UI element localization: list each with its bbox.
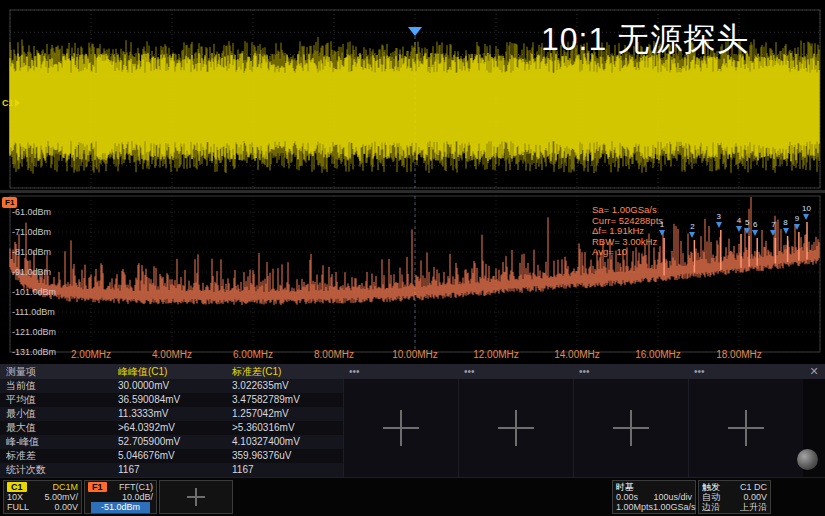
peak-marker-2[interactable]: 2 — [689, 223, 695, 238]
function-f1-descriptor[interactable]: F1 FFT(C1) 10.0dB/ -51.0dBm — [84, 480, 157, 514]
f1-db-per-div: 10.0dB/ — [122, 492, 153, 502]
measurement-value-pkpk: >64.0392mV — [112, 421, 226, 435]
measurement-slot-3[interactable] — [573, 379, 688, 477]
trigger-descriptor[interactable]: 触发 C1 DC 自动 0.00V 边沿 上升沿 — [698, 480, 771, 514]
peak-number: 5 — [745, 219, 749, 227]
measurement-label: 最大值 — [0, 421, 112, 435]
measurement-row: 平均值36.590084mV3.47582789mV — [0, 393, 343, 407]
add-measurement-icon — [383, 410, 419, 446]
peak-flag-icon — [783, 228, 789, 234]
peak-number: 1 — [660, 221, 664, 229]
peak-flag-icon — [770, 230, 776, 236]
measurement-slot-4[interactable] — [688, 379, 803, 477]
peak-number: 7 — [771, 221, 775, 229]
measurement-rows: 当前值30.0000mV3.022635mV平均值36.590084mV3.47… — [0, 379, 343, 477]
measurement-row: 统计次数11671167 — [0, 463, 343, 477]
db-axis-label: -131.0dBm — [12, 347, 56, 357]
trigger-mode: 自动 — [702, 492, 720, 502]
c1-bandwidth: FULL — [7, 502, 29, 512]
peak-marker-6[interactable]: 6 — [752, 221, 758, 236]
measurement-value-pkpk: 11.3333mV — [112, 407, 226, 421]
navigation-ball-icon[interactable] — [797, 449, 818, 470]
measurement-value-stdev: 4.10327400mV — [226, 435, 340, 449]
measurement-header-more-1[interactable]: ••• — [343, 364, 458, 379]
trigger-type: 边沿 — [702, 502, 720, 512]
measurement-value-stdev: 3.47582789mV — [226, 393, 340, 407]
trigger-level: 0.00V — [743, 492, 767, 502]
c1-coupling: DC1M — [52, 482, 78, 492]
fft-info-line: Avg= 10 — [592, 247, 663, 258]
peak-flag-icon — [716, 222, 722, 228]
c1-offset-marker[interactable]: C1 — [2, 98, 20, 108]
frequency-axis-label: 14.00MHz — [545, 349, 609, 360]
db-axis-label: -81.0dBm — [12, 247, 51, 257]
c1-volts-per-div: 5.00mV/ — [44, 492, 78, 502]
peak-number: 9 — [795, 215, 799, 223]
measurement-row: 最小值11.3333mV1.257042mV — [0, 407, 343, 421]
measurement-value-stdev: >5.360316mV — [226, 421, 340, 435]
measurement-value-stdev: 1167 — [226, 463, 340, 477]
peak-marker-8[interactable]: 8 — [783, 219, 789, 234]
peak-number: 6 — [753, 221, 757, 229]
peak-marker-3[interactable]: 3 — [716, 213, 722, 228]
measurement-header-more-2[interactable]: ••• — [458, 364, 573, 379]
peak-marker-1[interactable]: 1 — [659, 221, 665, 236]
measurement-value-pkpk: 1167 — [112, 463, 226, 477]
db-axis-label: -101.0dBm — [12, 287, 56, 297]
db-axis-label: -71.0dBm — [12, 227, 51, 237]
peak-marker-5[interactable]: 5 — [744, 219, 750, 234]
fft-info-line: Sa= 1.00GSa/s — [592, 205, 663, 216]
frequency-axis-label: 2.00MHz — [59, 349, 123, 360]
measurement-row: 最大值>64.0392mV>5.360316mV — [0, 421, 343, 435]
measurement-row: 当前值30.0000mV3.022635mV — [0, 379, 343, 393]
peak-marker-10[interactable]: 10 — [802, 205, 811, 220]
peak-flag-icon — [659, 230, 665, 236]
measurement-header-more-3[interactable]: ••• — [573, 364, 688, 379]
peak-number: 10 — [802, 205, 811, 213]
measurement-value-stdev: 1.257042mV — [226, 407, 340, 421]
close-measurement-button[interactable]: ✕ — [803, 364, 825, 379]
timebase-points: 1.00Mpts — [616, 502, 653, 512]
peak-flag-icon — [736, 226, 742, 232]
measurement-label: 标准差 — [0, 449, 112, 463]
timebase-scale: 100us/div — [653, 492, 692, 502]
measurement-value-pkpk: 30.0000mV — [112, 379, 226, 393]
peak-flag-icon — [803, 214, 809, 220]
peak-number: 3 — [717, 213, 721, 221]
peak-flag-icon — [689, 232, 695, 238]
add-trace-icon — [187, 488, 205, 506]
measurement-header-pkpk[interactable]: 峰峰值(C1) — [112, 364, 226, 379]
measurement-header-stdev[interactable]: 标准差(C1) — [226, 364, 343, 379]
measurement-label: 平均值 — [0, 393, 112, 407]
status-bar: C1 DC1M 10X 5.00mV/ FULL 0.00V F1 FFT(C1… — [0, 477, 825, 516]
measurement-slot-2[interactable] — [458, 379, 573, 477]
db-axis-label: -61.0dBm — [12, 207, 51, 217]
timebase-delay: 0.00s — [616, 492, 638, 502]
measurement-slot-1[interactable] — [343, 379, 458, 477]
measurement-header-item: 测量项 — [0, 364, 112, 379]
add-measurement-icon — [498, 410, 534, 446]
db-axis-label: -111.0dBm — [12, 307, 55, 317]
measurement-row: 标准差5.046676mV359.96376uV — [0, 449, 343, 463]
measurement-header-row: 测量项 峰峰值(C1) 标准差(C1) ••• ••• ••• ••• ✕ — [0, 364, 825, 379]
trigger-position-marker[interactable] — [408, 27, 422, 36]
c1-offset-label: C1 — [2, 98, 14, 108]
measurement-label: 最小值 — [0, 407, 112, 421]
trigger-label: 触发 — [702, 482, 720, 492]
peak-marker-7[interactable]: 7 — [770, 221, 776, 236]
frequency-axis-label: 4.00MHz — [140, 349, 204, 360]
add-trace-button[interactable] — [159, 480, 233, 514]
channel-c1-descriptor[interactable]: C1 DC1M 10X 5.00mV/ FULL 0.00V — [3, 480, 82, 514]
timebase-descriptor[interactable]: 时基 0.00s 100us/div 1.00Mpts 1.00GSa/s — [612, 480, 696, 514]
annotation-title: 10:1 无源探头 — [541, 18, 749, 62]
peak-marker-9[interactable]: 9 — [794, 215, 800, 230]
measurement-value-stdev: 359.96376uV — [226, 449, 340, 463]
frequency-axis-label: 10.00MHz — [383, 349, 447, 360]
peak-marker-4[interactable]: 4 — [736, 217, 742, 232]
add-measurement-icon — [728, 410, 764, 446]
measurement-header-more-4[interactable]: ••• — [688, 364, 803, 379]
peak-number: 2 — [690, 223, 694, 231]
c1-offset-value: 0.00V — [54, 502, 78, 512]
trigger-source: C1 DC — [740, 482, 767, 492]
db-axis-label: -121.0dBm — [12, 327, 56, 337]
